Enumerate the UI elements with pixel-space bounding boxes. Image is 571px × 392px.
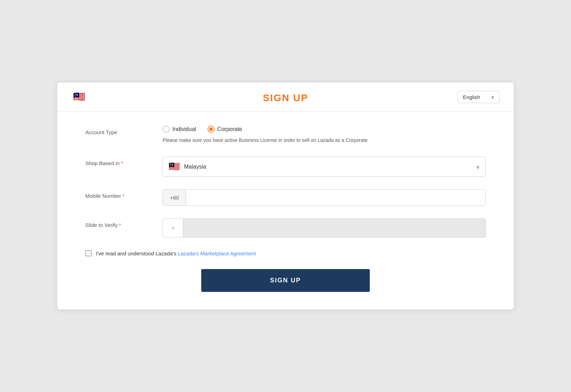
chevron-down-icon: ∨ — [491, 94, 494, 100]
radio-label-corporate: Corporate — [217, 126, 242, 132]
slide-verify-input-area: » — [163, 218, 486, 237]
slide-verify-control[interactable]: » — [163, 218, 486, 237]
account-type-label: Account Type — [85, 126, 163, 135]
slide-arrows-icon: » — [171, 225, 175, 231]
slide-track — [183, 219, 485, 237]
mobile-number-row: Mobile Number* +60 — [85, 189, 486, 206]
account-type-radio-group: Individual Corporate — [163, 126, 486, 133]
agreement-link[interactable]: Lazada's Marketplace Agreement — [178, 250, 256, 256]
radio-btn-corporate[interactable] — [208, 126, 215, 133]
radio-label-individual: Individual — [172, 126, 196, 132]
mobile-number-input-area: +60 — [163, 189, 486, 206]
agreement-checkbox[interactable] — [85, 250, 92, 256]
shop-based-in-row: Shop Based in* 🇲🇾 Malaysia ∨ — [85, 157, 486, 177]
radio-individual[interactable]: Individual — [163, 126, 196, 133]
language-selector[interactable]: English ∨ — [458, 91, 500, 103]
slide-handle[interactable]: » — [163, 219, 183, 237]
language-label: English — [463, 94, 480, 100]
shop-based-in-label: Shop Based in* — [85, 157, 163, 166]
signup-button[interactable]: SIGN UP — [201, 269, 370, 292]
account-type-input-area: Individual Corporate Please make sure yo… — [163, 126, 486, 144]
agreement-text-before: I've read and understood Lazada's — [96, 250, 178, 256]
account-type-note: Please make sure you have active Busines… — [163, 136, 401, 144]
form-content: Account Type Individual Corporate Please… — [57, 112, 514, 309]
shop-based-in-input-area: 🇲🇾 Malaysia ∨ — [163, 157, 486, 177]
header: 🇲🇾 SIGN UP English ∨ — [57, 83, 514, 112]
mobile-number-input[interactable] — [186, 190, 485, 205]
signup-btn-row: SIGN UP — [85, 269, 486, 292]
agreement-text: I've read and understood Lazada's Lazada… — [96, 250, 256, 256]
country-select[interactable]: 🇲🇾 Malaysia ∨ — [163, 157, 486, 177]
mobile-input-group: +60 — [163, 189, 486, 206]
slide-verify-row: Slide to Verify* » — [85, 218, 486, 237]
agreement-row: I've read and understood Lazada's Lazada… — [85, 250, 486, 256]
logo: 🇲🇾 — [71, 89, 87, 105]
radio-btn-individual[interactable] — [163, 126, 170, 133]
mobile-prefix: +60 — [163, 190, 186, 205]
page-title: SIGN UP — [263, 92, 308, 104]
slide-verify-label: Slide to Verify* — [85, 218, 163, 228]
country-chevron-icon: ∨ — [476, 164, 480, 170]
mobile-number-label: Mobile Number* — [85, 189, 163, 199]
radio-corporate[interactable]: Corporate — [208, 126, 242, 133]
country-left: 🇲🇾 Malaysia — [169, 161, 206, 172]
logo-flag: 🇲🇾 — [71, 89, 87, 105]
country-name: Malaysia — [184, 164, 206, 170]
signup-card: 🇲🇾 SIGN UP English ∨ Account Type Indivi… — [57, 83, 514, 309]
account-type-row: Account Type Individual Corporate Please… — [85, 126, 486, 144]
country-flag-icon: 🇲🇾 — [169, 161, 180, 172]
